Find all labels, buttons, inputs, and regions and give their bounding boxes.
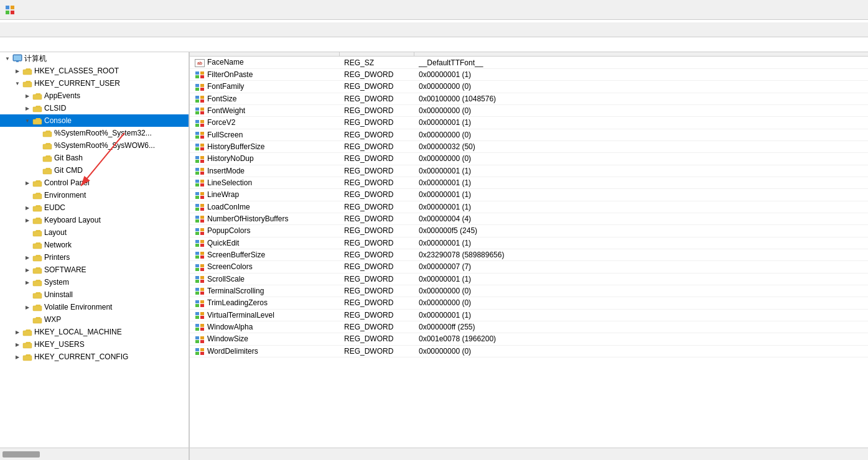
tree-item-keyboard_layout[interactable]: ▶Keyboard Layout — [0, 214, 189, 226]
tree-expander-control_panel[interactable]: ▶ — [22, 180, 32, 186]
registry-row[interactable]: WordDelimitersREG_DWORD0x00000000 (0) — [190, 345, 868, 357]
svg-rect-97 — [195, 192, 199, 195]
tree-expander-clsid[interactable]: ▶ — [22, 106, 32, 111]
tree-expander-eudc[interactable]: ▶ — [22, 205, 32, 211]
registry-row[interactable]: VirtualTerminalLevelREG_DWORD0x00000001 … — [190, 309, 868, 321]
tree-item-system32[interactable]: %SystemRoot%_System32... — [0, 127, 189, 139]
svg-marker-25 — [33, 180, 40, 182]
tree-item-hkey_classes_root[interactable]: ▶HKEY_CLASSES_ROOT — [0, 65, 189, 77]
registry-row[interactable]: HistoryNoDupREG_DWORD0x00000000 (0) — [190, 153, 868, 165]
close-button[interactable] — [839, 0, 868, 20]
reg-name: FontFamily — [207, 82, 244, 91]
reg-type-cell: REG_DWORD — [339, 285, 414, 297]
tree-item-hkey_current_user[interactable]: ▼HKEY_CURRENT_USER — [0, 77, 189, 90]
registry-row[interactable]: LoadConImeREG_DWORD0x00000001 (1) — [190, 201, 868, 213]
svg-rect-99 — [195, 196, 199, 199]
tree-expander-system[interactable]: ▶ — [22, 280, 32, 285]
menu-file[interactable] — [2, 29, 12, 31]
reg-name-cell: InsertMode — [190, 165, 339, 177]
reg-type-cell: REG_DWORD — [339, 117, 414, 129]
registry-row[interactable]: WindowAlphaREG_DWORD0x000000ff (255) — [190, 321, 868, 333]
svg-rect-3 — [11, 11, 14, 14]
registry-row[interactable]: HistoryBufferSizeREG_DWORD0x00000032 (50… — [190, 140, 868, 152]
tree-expander-appevents[interactable]: ▶ — [22, 93, 32, 99]
tree-expander-hkey_current_config[interactable]: ▶ — [12, 354, 22, 360]
tree-item-volatile_env[interactable]: ▶Volatile Environment — [0, 301, 189, 313]
reg-name-cell: LineWrap — [190, 189, 339, 201]
minimize-button[interactable] — [782, 0, 811, 20]
tree-expander-computer[interactable]: ▼ — [2, 56, 12, 62]
tree-item-syswow6[interactable]: %SystemRoot%_SysWOW6... — [0, 139, 189, 152]
col-header-name[interactable] — [190, 52, 339, 57]
reg-name-cell: FontFamily — [190, 81, 339, 93]
tree-panel[interactable]: ▼计算机▶HKEY_CLASSES_ROOT▼HKEY_CURRENT_USER… — [0, 52, 190, 448]
col-header-data[interactable] — [414, 52, 868, 57]
registry-row[interactable]: ScrollScaleREG_DWORD0x00000001 (1) — [190, 273, 868, 285]
registry-panel[interactable]: abFaceNameREG_SZ__DefaultTTFont__FilterO… — [190, 52, 868, 448]
svg-rect-95 — [195, 183, 199, 186]
svg-rect-60 — [200, 75, 204, 78]
registry-row[interactable]: QuickEditREG_DWORD0x00000001 (1) — [190, 237, 868, 249]
tree-item-environment[interactable]: Environment — [0, 189, 189, 201]
registry-row[interactable]: FontFamilyREG_DWORD0x00000000 (0) — [190, 81, 868, 93]
menu-view[interactable] — [22, 29, 32, 31]
tree-expander-hkey_local_machine[interactable]: ▶ — [12, 329, 22, 335]
registry-row[interactable]: abFaceNameREG_SZ__DefaultTTFont__ — [190, 57, 868, 69]
maximize-button[interactable] — [811, 0, 839, 20]
folder-icon-gitbash — [42, 154, 52, 162]
svg-marker-23 — [43, 168, 50, 169]
registry-row[interactable]: FullScreenREG_DWORD0x00000000 (0) — [190, 129, 868, 140]
tree-expander-hkey_classes_root[interactable]: ▶ — [12, 68, 22, 74]
tree-expander-volatile_env[interactable]: ▶ — [22, 305, 32, 310]
reg-type-cell: REG_DWORD — [339, 93, 414, 104]
tree-item-appevents[interactable]: ▶AppEvents — [0, 90, 189, 102]
reg-data-cell: 0x000000f5 (245) — [414, 225, 868, 237]
registry-row[interactable]: ScreenColorsREG_DWORD0x00000007 (7) — [190, 261, 868, 273]
registry-row[interactable]: LineWrapREG_DWORD0x00000001 (1) — [190, 189, 868, 201]
tree-item-network[interactable]: Network — [0, 239, 189, 251]
tree-item-gitbash[interactable]: Git Bash — [0, 152, 189, 164]
tree-expander-software[interactable]: ▶ — [22, 267, 32, 273]
registry-row[interactable]: WindowSizeREG_DWORD0x001e0078 (1966200) — [190, 333, 868, 345]
reg-name: QuickEdit — [207, 239, 239, 247]
registry-row[interactable]: LineSelectionREG_DWORD0x00000001 (1) — [190, 177, 868, 188]
registry-row[interactable]: InsertModeREG_DWORD0x00000001 (1) — [190, 165, 868, 177]
registry-row[interactable]: FontWeightREG_DWORD0x00000000 (0) — [190, 104, 868, 116]
col-header-type[interactable] — [339, 52, 414, 57]
tree-item-clsid[interactable]: ▶CLSID — [0, 102, 189, 114]
tree-item-wxp[interactable]: WXP — [0, 313, 189, 326]
tree-expander-console[interactable]: ▼ — [22, 118, 32, 124]
tree-item-gitcmd[interactable]: Git CMD — [0, 164, 189, 177]
registry-row[interactable]: ForceV2REG_DWORD0x00000001 (1) — [190, 117, 868, 129]
tree-item-hkey_users[interactable]: ▶HKEY_USERS — [0, 338, 189, 351]
tree-item-software[interactable]: ▶SOFTWARE — [0, 264, 189, 276]
reg-type-cell: REG_DWORD — [339, 237, 414, 249]
tree-expander-hkey_current_user[interactable]: ▼ — [12, 81, 22, 86]
tree-item-computer[interactable]: ▼计算机 — [0, 52, 189, 65]
registry-row[interactable]: FontSizeREG_DWORD0x00100000 (1048576) — [190, 93, 868, 104]
registry-row[interactable]: TrimLeadingZerosREG_DWORD0x00000000 (0) — [190, 297, 868, 309]
tree-item-layout[interactable]: Layout — [0, 226, 189, 239]
tree-item-uninstall[interactable]: Uninstall — [0, 288, 189, 301]
registry-row[interactable]: NumberOfHistoryBuffersREG_DWORD0x0000000… — [190, 213, 868, 224]
tree-expander-printers[interactable]: ▶ — [22, 255, 32, 260]
svg-rect-54 — [23, 356, 32, 361]
tree-item-console[interactable]: ▼Console — [0, 114, 189, 127]
registry-row[interactable]: FilterOnPasteREG_DWORD0x00000001 (1) — [190, 69, 868, 81]
registry-row[interactable]: PopupColorsREG_DWORD0x000000f5 (245) — [190, 225, 868, 237]
tree-item-printers[interactable]: ▶Printers — [0, 251, 189, 264]
tree-item-eudc[interactable]: ▶EUDC — [0, 201, 189, 214]
registry-row[interactable]: TerminalScrollingREG_DWORD0x00000000 (0) — [190, 285, 868, 297]
tree-expander-hkey_users[interactable]: ▶ — [12, 342, 22, 347]
registry-row[interactable]: ScreenBufferSizeREG_DWORD0x23290078 (589… — [190, 249, 868, 260]
menu-favorites[interactable] — [32, 29, 42, 31]
tree-expander-keyboard_layout[interactable]: ▶ — [22, 218, 32, 223]
tree-item-system[interactable]: ▶System — [0, 276, 189, 288]
menu-edit[interactable] — [12, 29, 22, 31]
tree-item-control_panel[interactable]: ▶Control Panel — [0, 177, 189, 189]
tree-item-hkey_current_config[interactable]: ▶HKEY_CURRENT_CONFIG — [0, 351, 189, 363]
menu-help[interactable] — [42, 29, 52, 31]
tree-item-hkey_local_machine[interactable]: ▶HKEY_LOCAL_MACHINE — [0, 326, 189, 338]
reg-name: WordDelimiters — [207, 347, 258, 356]
svg-rect-66 — [200, 96, 204, 99]
